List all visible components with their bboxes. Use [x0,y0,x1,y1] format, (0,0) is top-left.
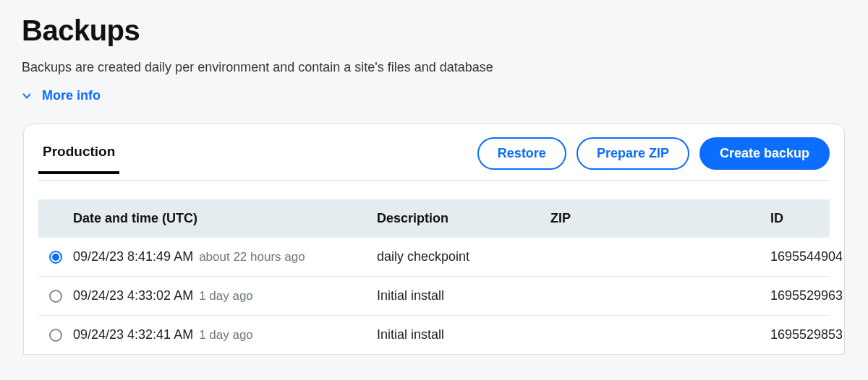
restore-button[interactable]: Restore [477,137,566,170]
table-row[interactable]: 09/24/23 4:33:02 AM1 day agoInitial inst… [38,277,830,316]
id-cell: 1695544904 [695,249,843,264]
th-zip: ZIP [550,211,695,226]
datetime-ago: 1 day ago [199,328,253,342]
radio-cell [38,290,73,303]
page-title: Backups [22,14,846,47]
backups-table: Date and time (UTC) Description ZIP ID 0… [38,199,830,354]
tabs-row: Production Restore Prepare ZIP Create ba… [38,137,830,181]
table-header-row: Date and time (UTC) Description ZIP ID [38,199,830,238]
datetime-value: 09/24/23 8:41:49 AM [73,249,193,264]
row-radio[interactable] [49,251,62,264]
table-row[interactable]: 09/24/23 4:32:41 AM1 day agoInitial inst… [38,316,830,354]
actions-group: Restore Prepare ZIP Create backup [477,137,830,180]
more-info-toggle[interactable]: More info [22,88,101,103]
table-body: 09/24/23 8:41:49 AMabout 22 hours agodai… [38,238,830,354]
table-row[interactable]: 09/24/23 8:41:49 AMabout 22 hours agodai… [38,238,830,277]
chevron-down-icon [22,91,32,101]
create-backup-button[interactable]: Create backup [699,137,830,170]
datetime-cell: 09/24/23 4:32:41 AM1 day ago [73,327,377,342]
th-id: ID [695,211,830,226]
tab-production[interactable]: Production [38,144,119,174]
id-cell: 1695529963 [695,288,843,303]
description-cell: Initial install [377,288,550,303]
datetime-ago: 1 day ago [199,289,253,303]
backups-card: Production Restore Prepare ZIP Create ba… [23,124,845,355]
row-radio[interactable] [49,290,62,303]
datetime-value: 09/24/23 4:33:02 AM [73,288,193,303]
datetime-cell: 09/24/23 4:33:02 AM1 day ago [73,288,377,303]
description-cell: daily checkpoint [377,249,550,264]
datetime-cell: 09/24/23 8:41:49 AMabout 22 hours ago [73,249,377,264]
more-info-label: More info [42,88,101,103]
th-datetime: Date and time (UTC) [73,211,377,226]
datetime-ago: about 22 hours ago [199,250,305,264]
datetime-value: 09/24/23 4:32:41 AM [73,327,193,342]
id-cell: 1695529853 [695,327,843,342]
prepare-zip-button[interactable]: Prepare ZIP [576,137,689,170]
th-description: Description [377,211,550,226]
page-subtitle: Backups are created daily per environmen… [22,60,846,75]
row-radio[interactable] [49,329,62,342]
radio-cell [38,251,73,264]
description-cell: Initial install [377,327,550,342]
radio-cell [38,329,73,342]
